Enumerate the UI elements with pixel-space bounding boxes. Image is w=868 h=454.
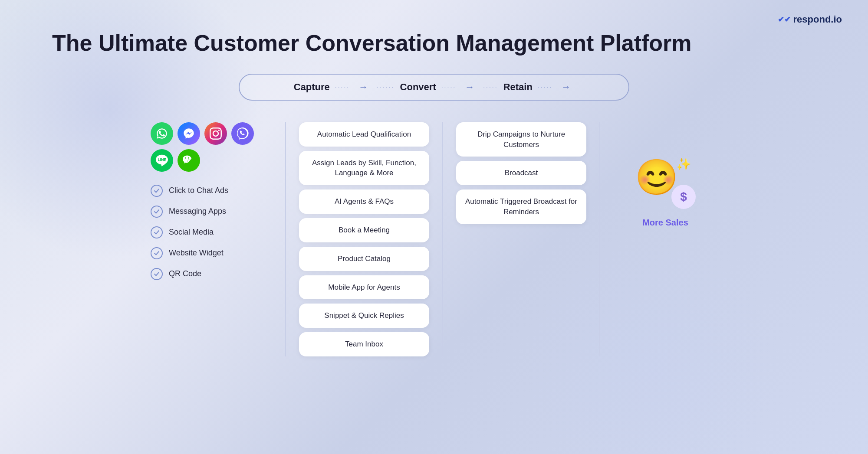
dots-5: ····· xyxy=(538,84,552,91)
check-icon-4 xyxy=(151,247,163,259)
convert-column: Automatic Lead Qualification Assign Lead… xyxy=(290,122,438,356)
retain-feature-2: Broadcast xyxy=(456,161,586,185)
convert-feature-1: Automatic Lead Qualification xyxy=(299,122,429,147)
retain-column: Drip Campaigns to Nurture Customers Broa… xyxy=(447,122,595,224)
wechat-icon xyxy=(178,149,200,172)
convert-feature-7: Snippet & Quick Replies xyxy=(299,304,429,328)
divider-1 xyxy=(285,122,286,356)
messaging-icons xyxy=(151,122,272,172)
dots-2: ······ xyxy=(377,84,395,91)
checklist-item-4: Website Widget xyxy=(151,247,272,259)
checklist-item-3: Social Media xyxy=(151,226,272,238)
check-icon-5 xyxy=(151,268,163,280)
checklist-item-5: QR Code xyxy=(151,268,272,280)
instagram-icon xyxy=(204,122,227,145)
convert-feature-4: Book a Meeting xyxy=(299,218,429,242)
pipeline-bar: Capture ····· → ······ Convert ····· → ·… xyxy=(239,74,629,101)
messenger-icon xyxy=(178,122,200,145)
retain-feature-1: Drip Campaigns to Nurture Customers xyxy=(456,122,586,157)
capture-column: Click to Chat Ads Messaging Apps Social … xyxy=(142,122,281,280)
dots-3: ····· xyxy=(441,84,456,91)
checklist-item-1: Click to Chat Ads xyxy=(151,185,272,197)
viber-icon xyxy=(231,122,254,145)
pipeline-capture: Capture xyxy=(294,82,330,93)
page-title: The Ultimate Customer Conversation Manag… xyxy=(52,30,816,56)
check-icon-2 xyxy=(151,206,163,218)
check-icon-3 xyxy=(151,226,163,238)
arrow-3: → xyxy=(561,82,571,93)
smiley-emoji: 😊 xyxy=(635,157,678,198)
logo: ✔✔ respond.io xyxy=(778,14,842,25)
capture-item-5: QR Code xyxy=(169,269,201,278)
dots-1: ····· xyxy=(335,84,350,91)
sales-emoji-group: 😊 ✨ $ xyxy=(635,157,696,209)
dollar-emoji: $ xyxy=(671,185,696,209)
columns-wrapper: Click to Chat Ads Messaging Apps Social … xyxy=(52,122,816,356)
divider-3 xyxy=(599,122,600,356)
logo-text: respond.io xyxy=(793,14,842,25)
sales-label: More Sales xyxy=(642,218,688,228)
checklist-item-2: Messaging Apps xyxy=(151,206,272,218)
sparkle-emoji: ✨ xyxy=(676,157,691,171)
line-icon xyxy=(151,149,173,172)
retain-feature-3: Automatic Triggered Broadcast for Remind… xyxy=(456,189,586,224)
divider-2 xyxy=(442,122,443,356)
convert-feature-6: Mobile App for Agents xyxy=(299,275,429,300)
whatsapp-icon xyxy=(151,122,173,145)
convert-feature-2: Assign Leads by Skill, Function, Languag… xyxy=(299,151,429,186)
dots-4: ····· xyxy=(483,84,498,91)
arrow-2: → xyxy=(465,82,474,93)
arrow-1: → xyxy=(358,82,368,93)
pipeline-retain: Retain xyxy=(503,82,533,93)
sales-column: 😊 ✨ $ More Sales xyxy=(605,122,726,228)
pipeline-convert: Convert xyxy=(400,82,436,93)
capture-item-4: Website Widget xyxy=(169,248,224,258)
convert-feature-5: Product Catalog xyxy=(299,247,429,271)
convert-feature-3: AI Agents & FAQs xyxy=(299,189,429,214)
capture-item-1: Click to Chat Ads xyxy=(169,186,228,195)
check-icon-1 xyxy=(151,185,163,197)
capture-item-3: Social Media xyxy=(169,228,214,237)
main-content: The Ultimate Customer Conversation Manag… xyxy=(0,0,868,374)
logo-icon: ✔✔ xyxy=(778,15,791,24)
capture-item-2: Messaging Apps xyxy=(169,207,226,216)
convert-feature-8: Team Inbox xyxy=(299,332,429,356)
